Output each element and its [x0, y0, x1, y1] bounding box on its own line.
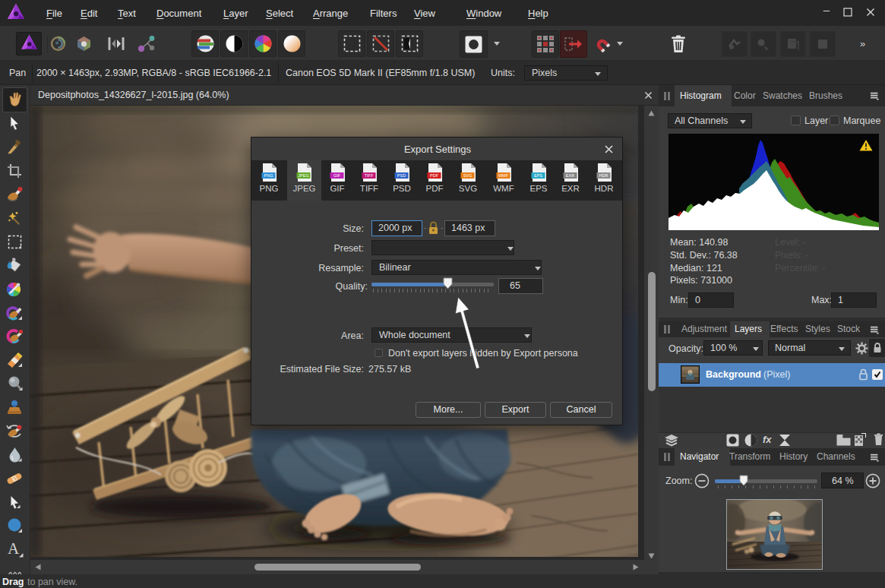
svg-text:JPEG: JPEG	[298, 173, 308, 178]
svg-text:GIF: GIF	[333, 173, 340, 178]
svg-text:SVG: SVG	[463, 173, 472, 178]
svg-text:TIFF: TIFF	[364, 173, 373, 178]
svg-text:WMF: WMF	[498, 173, 508, 178]
svg-text:PSD: PSD	[397, 173, 405, 178]
svg-text:EPS: EPS	[533, 173, 542, 178]
svg-text:HDR: HDR	[599, 173, 608, 178]
svg-text:PNG: PNG	[264, 173, 273, 178]
svg-text:PDF: PDF	[430, 173, 439, 178]
svg-text:EXR: EXR	[565, 173, 574, 178]
